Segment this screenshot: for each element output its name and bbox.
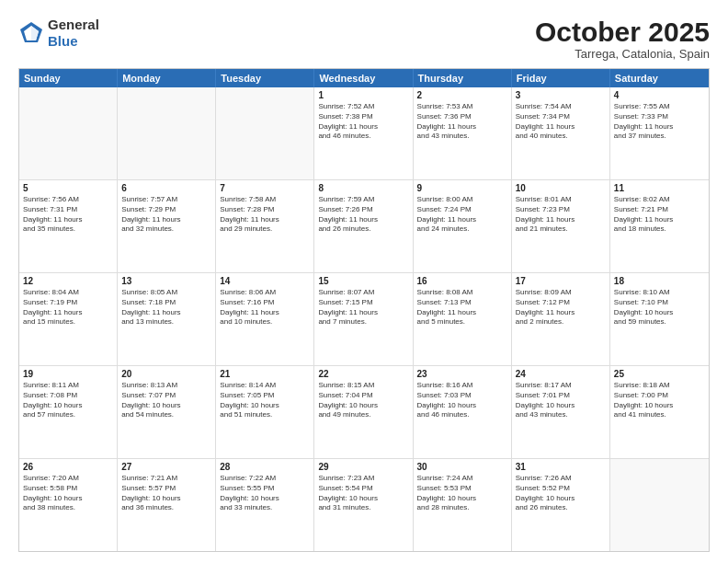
calendar-cell: 24Sunrise: 8:17 AM Sunset: 7:01 PM Dayli… bbox=[512, 366, 610, 458]
calendar-cell: 17Sunrise: 8:09 AM Sunset: 7:12 PM Dayli… bbox=[512, 273, 610, 365]
cell-info: Sunrise: 7:23 AM Sunset: 5:54 PM Dayligh… bbox=[318, 474, 408, 513]
cell-info: Sunrise: 7:57 AM Sunset: 7:29 PM Dayligh… bbox=[121, 195, 211, 235]
calendar-cell bbox=[610, 459, 709, 551]
header-cell-wednesday: Wednesday bbox=[314, 69, 413, 87]
cell-info: Sunrise: 7:22 AM Sunset: 5:55 PM Dayligh… bbox=[220, 474, 310, 513]
day-number: 31 bbox=[516, 462, 606, 472]
cell-info: Sunrise: 8:00 AM Sunset: 7:24 PM Dayligh… bbox=[417, 195, 507, 235]
cell-info: Sunrise: 8:14 AM Sunset: 7:05 PM Dayligh… bbox=[220, 381, 310, 420]
calendar-row-1: 5Sunrise: 7:56 AM Sunset: 7:31 PM Daylig… bbox=[19, 180, 709, 273]
location: Tarrega, Catalonia, Spain bbox=[535, 47, 710, 61]
calendar-cell: 8Sunrise: 7:59 AM Sunset: 7:26 PM Daylig… bbox=[314, 180, 413, 272]
calendar-row-2: 12Sunrise: 8:04 AM Sunset: 7:19 PM Dayli… bbox=[19, 273, 709, 366]
logo-general: General bbox=[48, 17, 99, 32]
cell-info: Sunrise: 8:18 AM Sunset: 7:00 PM Dayligh… bbox=[614, 381, 705, 420]
calendar-cell: 1Sunrise: 7:52 AM Sunset: 7:38 PM Daylig… bbox=[314, 87, 413, 179]
day-number: 12 bbox=[23, 276, 113, 286]
day-number: 24 bbox=[516, 369, 606, 379]
day-number: 17 bbox=[516, 276, 606, 286]
calendar-cell: 12Sunrise: 8:04 AM Sunset: 7:19 PM Dayli… bbox=[19, 273, 118, 365]
calendar-cell: 19Sunrise: 8:11 AM Sunset: 7:08 PM Dayli… bbox=[19, 366, 118, 458]
calendar-cell: 6Sunrise: 7:57 AM Sunset: 7:29 PM Daylig… bbox=[118, 180, 216, 272]
day-number: 11 bbox=[614, 183, 705, 193]
day-number: 10 bbox=[516, 183, 606, 193]
calendar-header: SundayMondayTuesdayWednesdayThursdayFrid… bbox=[19, 69, 709, 87]
cell-info: Sunrise: 8:06 AM Sunset: 7:16 PM Dayligh… bbox=[220, 288, 310, 327]
logo-blue: Blue bbox=[48, 33, 78, 49]
cell-info: Sunrise: 7:54 AM Sunset: 7:34 PM Dayligh… bbox=[516, 102, 606, 142]
cell-info: Sunrise: 8:13 AM Sunset: 7:07 PM Dayligh… bbox=[121, 381, 211, 420]
calendar-cell bbox=[216, 87, 314, 179]
calendar-cell: 15Sunrise: 8:07 AM Sunset: 7:15 PM Dayli… bbox=[314, 273, 413, 365]
day-number: 4 bbox=[614, 90, 705, 100]
cell-info: Sunrise: 7:58 AM Sunset: 7:28 PM Dayligh… bbox=[220, 195, 310, 235]
cell-info: Sunrise: 8:08 AM Sunset: 7:13 PM Dayligh… bbox=[417, 288, 507, 327]
cell-info: Sunrise: 8:17 AM Sunset: 7:01 PM Dayligh… bbox=[516, 381, 606, 420]
logo-text: General Blue bbox=[48, 17, 99, 50]
calendar-body: 1Sunrise: 7:52 AM Sunset: 7:38 PM Daylig… bbox=[19, 87, 709, 551]
cell-info: Sunrise: 8:11 AM Sunset: 7:08 PM Dayligh… bbox=[23, 381, 113, 420]
cell-info: Sunrise: 7:26 AM Sunset: 5:52 PM Dayligh… bbox=[516, 474, 606, 513]
day-number: 1 bbox=[318, 90, 408, 100]
day-number: 9 bbox=[417, 183, 507, 193]
calendar-cell: 16Sunrise: 8:08 AM Sunset: 7:13 PM Dayli… bbox=[414, 273, 512, 365]
calendar-cell: 27Sunrise: 7:21 AM Sunset: 5:57 PM Dayli… bbox=[118, 459, 216, 551]
calendar-cell: 4Sunrise: 7:55 AM Sunset: 7:33 PM Daylig… bbox=[610, 87, 709, 179]
header-cell-tuesday: Tuesday bbox=[216, 69, 314, 87]
calendar-cell: 18Sunrise: 8:10 AM Sunset: 7:10 PM Dayli… bbox=[610, 273, 709, 365]
day-number: 23 bbox=[417, 369, 507, 379]
calendar-cell: 10Sunrise: 8:01 AM Sunset: 7:23 PM Dayli… bbox=[512, 180, 610, 272]
calendar-cell: 31Sunrise: 7:26 AM Sunset: 5:52 PM Dayli… bbox=[512, 459, 610, 551]
day-number: 26 bbox=[23, 462, 113, 472]
logo: General Blue bbox=[18, 17, 99, 50]
cell-info: Sunrise: 8:15 AM Sunset: 7:04 PM Dayligh… bbox=[318, 381, 408, 420]
day-number: 16 bbox=[417, 276, 507, 286]
cell-info: Sunrise: 7:59 AM Sunset: 7:26 PM Dayligh… bbox=[318, 195, 408, 235]
day-number: 7 bbox=[220, 183, 310, 193]
day-number: 6 bbox=[121, 183, 211, 193]
calendar-cell: 25Sunrise: 8:18 AM Sunset: 7:00 PM Dayli… bbox=[610, 366, 709, 458]
calendar-cell: 29Sunrise: 7:23 AM Sunset: 5:54 PM Dayli… bbox=[314, 459, 413, 551]
header: General Blue October 2025 Tarrega, Catal… bbox=[18, 17, 710, 61]
calendar-cell: 9Sunrise: 8:00 AM Sunset: 7:24 PM Daylig… bbox=[414, 180, 512, 272]
day-number: 8 bbox=[318, 183, 408, 193]
day-number: 5 bbox=[23, 183, 113, 193]
cell-info: Sunrise: 8:05 AM Sunset: 7:18 PM Dayligh… bbox=[121, 288, 211, 327]
day-number: 22 bbox=[318, 369, 408, 379]
calendar-cell: 13Sunrise: 8:05 AM Sunset: 7:18 PM Dayli… bbox=[118, 273, 216, 365]
header-cell-sunday: Sunday bbox=[19, 69, 118, 87]
day-number: 18 bbox=[614, 276, 705, 286]
cell-info: Sunrise: 8:10 AM Sunset: 7:10 PM Dayligh… bbox=[614, 288, 705, 327]
calendar: SundayMondayTuesdayWednesdayThursdayFrid… bbox=[18, 68, 710, 552]
calendar-row-0: 1Sunrise: 7:52 AM Sunset: 7:38 PM Daylig… bbox=[19, 87, 709, 180]
calendar-cell bbox=[118, 87, 216, 179]
header-cell-saturday: Saturday bbox=[610, 69, 709, 87]
day-number: 21 bbox=[220, 369, 310, 379]
cell-info: Sunrise: 7:53 AM Sunset: 7:36 PM Dayligh… bbox=[417, 102, 507, 142]
day-number: 30 bbox=[417, 462, 507, 472]
cell-info: Sunrise: 7:24 AM Sunset: 5:53 PM Dayligh… bbox=[417, 474, 507, 513]
calendar-cell: 2Sunrise: 7:53 AM Sunset: 7:36 PM Daylig… bbox=[414, 87, 512, 179]
cell-info: Sunrise: 8:07 AM Sunset: 7:15 PM Dayligh… bbox=[318, 288, 408, 327]
cell-info: Sunrise: 7:21 AM Sunset: 5:57 PM Dayligh… bbox=[121, 474, 211, 513]
calendar-row-4: 26Sunrise: 7:20 AM Sunset: 5:58 PM Dayli… bbox=[19, 459, 709, 551]
day-number: 28 bbox=[220, 462, 310, 472]
day-number: 29 bbox=[318, 462, 408, 472]
calendar-cell: 28Sunrise: 7:22 AM Sunset: 5:55 PM Dayli… bbox=[216, 459, 314, 551]
cell-info: Sunrise: 8:16 AM Sunset: 7:03 PM Dayligh… bbox=[417, 381, 507, 420]
logo-icon bbox=[18, 20, 44, 46]
header-cell-thursday: Thursday bbox=[414, 69, 512, 87]
calendar-cell: 3Sunrise: 7:54 AM Sunset: 7:34 PM Daylig… bbox=[512, 87, 610, 179]
cell-info: Sunrise: 8:01 AM Sunset: 7:23 PM Dayligh… bbox=[516, 195, 606, 235]
cell-info: Sunrise: 8:04 AM Sunset: 7:19 PM Dayligh… bbox=[23, 288, 113, 327]
cell-info: Sunrise: 7:56 AM Sunset: 7:31 PM Dayligh… bbox=[23, 195, 113, 235]
day-number: 27 bbox=[121, 462, 211, 472]
day-number: 13 bbox=[121, 276, 211, 286]
calendar-row-3: 19Sunrise: 8:11 AM Sunset: 7:08 PM Dayli… bbox=[19, 366, 709, 459]
page: General Blue October 2025 Tarrega, Catal… bbox=[0, 0, 728, 563]
calendar-cell: 7Sunrise: 7:58 AM Sunset: 7:28 PM Daylig… bbox=[216, 180, 314, 272]
calendar-cell: 30Sunrise: 7:24 AM Sunset: 5:53 PM Dayli… bbox=[414, 459, 512, 551]
day-number: 15 bbox=[318, 276, 408, 286]
calendar-cell: 23Sunrise: 8:16 AM Sunset: 7:03 PM Dayli… bbox=[414, 366, 512, 458]
title-block: October 2025 Tarrega, Catalonia, Spain bbox=[535, 17, 710, 61]
